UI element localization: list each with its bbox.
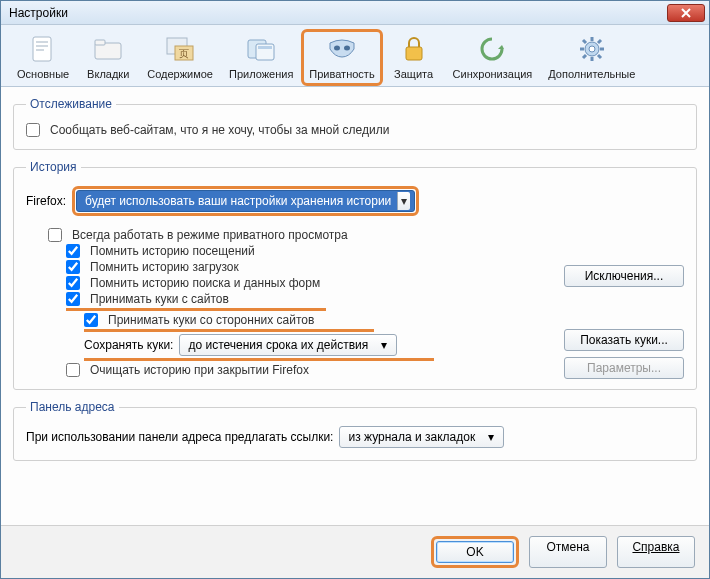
lock-icon [398, 33, 430, 65]
tab-sync[interactable]: Синхронизация [445, 29, 541, 86]
help-button[interactable]: Справка [617, 536, 695, 568]
show-cookies-button[interactable]: Показать куки... [564, 329, 684, 351]
cancel-button[interactable]: Отмена [529, 536, 607, 568]
ok-highlight: OK [431, 536, 519, 568]
addressbar-group: Панель адреса При использовании панели а… [13, 400, 697, 461]
history-mode-value: будет использовать ваши настройки хранен… [85, 194, 391, 208]
folder-icon [92, 33, 124, 65]
svg-line-23 [598, 40, 601, 43]
tab-privacy[interactable]: Приватность [301, 29, 382, 86]
firefox-label: Firefox: [26, 194, 66, 208]
svg-point-16 [589, 46, 595, 52]
always-private-checkbox[interactable] [48, 228, 62, 242]
accept-thirdparty-checkbox[interactable] [84, 313, 98, 327]
tab-apps-label: Приложения [229, 68, 293, 80]
history-mode-highlight: будет использовать ваши настройки хранен… [72, 186, 419, 216]
svg-rect-5 [95, 40, 105, 45]
sync-icon [476, 33, 508, 65]
svg-line-22 [598, 55, 601, 58]
always-private-label: Всегда работать в режиме приватного прос… [72, 228, 348, 242]
history-mode-dropdown[interactable]: будет использовать ваши настройки хранен… [76, 190, 415, 212]
chevron-down-icon: ▾ [376, 338, 392, 352]
mask-icon [326, 33, 358, 65]
svg-rect-1 [36, 41, 48, 43]
addressbar-dropdown[interactable]: из журнала и закладок ▾ [339, 426, 504, 448]
remember-browsing-label: Помнить историю посещений [90, 244, 255, 258]
svg-point-12 [334, 46, 340, 51]
remember-downloads-label: Помнить историю загрузок [90, 260, 239, 274]
svg-rect-2 [36, 45, 48, 47]
accept-thirdparty-label: Принимать куки со сторонних сайтов [108, 313, 314, 327]
tab-general[interactable]: Основные [9, 29, 77, 86]
tab-tabs[interactable]: Вкладки [77, 29, 139, 86]
history-buttons: Исключения... Показать куки... Параметры… [564, 226, 684, 379]
addressbar-value: из журнала и закладок [348, 430, 475, 444]
remember-browsing-checkbox[interactable] [66, 244, 80, 258]
addressbar-legend: Панель адреса [26, 400, 119, 414]
accept-cookies-label: Принимать куки с сайтов [90, 292, 229, 306]
tab-security-label: Защита [394, 68, 433, 80]
tab-advanced-label: Дополнительные [548, 68, 635, 80]
dnt-checkbox[interactable] [26, 123, 40, 137]
tracking-legend: Отслеживание [26, 97, 116, 111]
gear-icon [576, 33, 608, 65]
page-icon [27, 33, 59, 65]
history-legend: История [26, 160, 81, 174]
chevron-down-icon: ▾ [397, 192, 410, 210]
clear-on-close-label: Очищать историю при закрытии Firefox [90, 363, 309, 377]
tab-content[interactable]: 页 Содержимое [139, 29, 221, 86]
exceptions-button[interactable]: Исключения... [564, 265, 684, 287]
clear-settings-button: Параметры... [564, 357, 684, 379]
dnt-label: Сообщать веб-сайтам, что я не хочу, чтоб… [50, 123, 389, 137]
highlight-line-1 [66, 308, 326, 311]
keep-cookies-label: Сохранять куки: [84, 338, 173, 352]
close-button[interactable] [667, 4, 705, 22]
accept-cookies-checkbox[interactable] [66, 292, 80, 306]
remember-search-label: Помнить историю поиска и данных форм [90, 276, 320, 290]
svg-line-24 [583, 55, 586, 58]
svg-line-21 [583, 40, 586, 43]
ok-button[interactable]: OK [436, 541, 514, 563]
remember-search-checkbox[interactable] [66, 276, 80, 290]
svg-rect-14 [406, 47, 422, 60]
tab-sync-label: Синхронизация [453, 68, 533, 80]
remember-downloads-checkbox[interactable] [66, 260, 80, 274]
window-title: Настройки [5, 6, 667, 20]
titlebar: Настройки [1, 1, 709, 25]
svg-rect-3 [36, 49, 44, 51]
highlight-line-2 [84, 329, 374, 332]
settings-window: Настройки Основные Вкладки 页 Содержимое [0, 0, 710, 579]
tracking-group: Отслеживание Сообщать веб-сайтам, что я … [13, 97, 697, 150]
close-icon [680, 8, 692, 18]
clear-on-close-checkbox[interactable] [66, 363, 80, 377]
tab-apps[interactable]: Приложения [221, 29, 301, 86]
toolbar: Основные Вкладки 页 Содержимое Приложения… [1, 25, 709, 87]
svg-text:页: 页 [179, 48, 189, 59]
content-icon: 页 [164, 33, 196, 65]
tab-advanced[interactable]: Дополнительные [540, 29, 643, 86]
keep-cookies-value: до истечения срока их действия [188, 338, 368, 352]
tab-content-label: Содержимое [147, 68, 213, 80]
svg-rect-11 [258, 46, 272, 49]
history-group: История Firefox: будет использовать ваши… [13, 160, 697, 390]
chevron-down-icon: ▾ [483, 430, 499, 444]
addressbar-label: При использовании панели адреса предлага… [26, 430, 333, 444]
tab-privacy-label: Приватность [309, 68, 374, 80]
tab-tabs-label: Вкладки [87, 68, 129, 80]
highlight-line-3 [84, 358, 434, 361]
tab-general-label: Основные [17, 68, 69, 80]
apps-icon [245, 33, 277, 65]
svg-point-13 [344, 46, 350, 51]
keep-cookies-dropdown[interactable]: до истечения срока их действия ▾ [179, 334, 397, 356]
tab-security[interactable]: Защита [383, 29, 445, 86]
content-area: Отслеживание Сообщать веб-сайтам, что я … [1, 87, 709, 525]
dialog-buttons: OK Отмена Справка [1, 525, 709, 578]
